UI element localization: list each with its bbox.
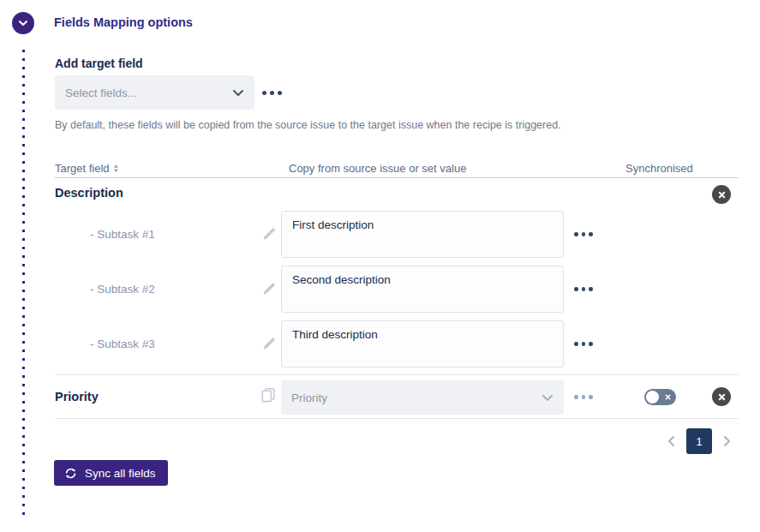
chevron-left-icon: [667, 435, 675, 447]
column-header-copy-value: Copy from source issue or set value: [289, 162, 466, 175]
subtask-label: - Subtask #2: [90, 283, 155, 296]
toggle-knob: [646, 391, 659, 403]
subtask-label: - Subtask #1: [90, 228, 155, 241]
sort-icon[interactable]: [113, 164, 119, 173]
toggle-off-icon: [665, 394, 671, 400]
subtask-more-options-button[interactable]: [574, 342, 593, 346]
edit-pencil-icon: [261, 227, 276, 245]
helper-text: By default, these fields will be copied …: [55, 119, 672, 131]
sync-all-fields-button[interactable]: Sync all fields: [54, 460, 168, 486]
edit-pencil-icon: [261, 282, 276, 300]
subtask-more-options-button[interactable]: [574, 287, 593, 291]
add-target-field-heading: Add target field: [55, 57, 143, 70]
chevron-right-icon: [723, 435, 731, 447]
row-divider: [55, 374, 739, 375]
subtask-value-input[interactable]: First description: [281, 211, 564, 258]
edit-pencil-icon: [261, 337, 276, 355]
field-group-label-description: Description: [55, 186, 123, 200]
subtask-more-options-button[interactable]: [574, 232, 593, 236]
pagination-current-page[interactable]: 1: [686, 428, 712, 454]
column-header-synchronised: Synchronised: [625, 162, 693, 175]
header-divider: [55, 177, 739, 178]
pagination-next-button[interactable]: [723, 433, 731, 450]
subtask-value-input[interactable]: Third description: [281, 320, 564, 368]
close-icon: [718, 393, 726, 401]
priority-value-dropdown[interactable]: Priority: [281, 380, 564, 415]
add-field-more-options-button[interactable]: [262, 91, 282, 95]
fields-mapping-panel: Fields Mapping options Add target field …: [0, 0, 760, 532]
section-dotted-rail: [21, 49, 26, 517]
subtask-label: - Subtask #3: [90, 338, 155, 350]
chevron-down-icon: [18, 20, 28, 27]
sync-button-label: Sync all fields: [85, 467, 156, 480]
select-fields-dropdown[interactable]: Select fields...: [55, 75, 254, 110]
close-icon: [718, 191, 726, 199]
priority-placeholder: Priority: [281, 392, 542, 404]
table-bottom-divider: [55, 418, 739, 419]
sync-icon: [64, 467, 77, 480]
select-fields-placeholder: Select fields...: [55, 87, 232, 99]
chevron-down-icon: [542, 394, 554, 402]
synchronised-toggle[interactable]: [644, 389, 676, 405]
field-group-label-priority: Priority: [55, 390, 99, 403]
subtask-value-input[interactable]: Second description: [281, 266, 564, 313]
remove-priority-field-button[interactable]: [712, 387, 731, 406]
pagination-prev-button[interactable]: [667, 433, 675, 450]
collapse-section-button[interactable]: [12, 12, 34, 34]
page-title: Fields Mapping options: [54, 15, 193, 29]
column-header-target-field[interactable]: Target field: [55, 162, 119, 175]
chevron-down-icon: [232, 89, 244, 97]
priority-more-options-button: [574, 395, 593, 399]
copy-icon: [260, 387, 276, 406]
remove-description-field-button[interactable]: [712, 185, 731, 204]
